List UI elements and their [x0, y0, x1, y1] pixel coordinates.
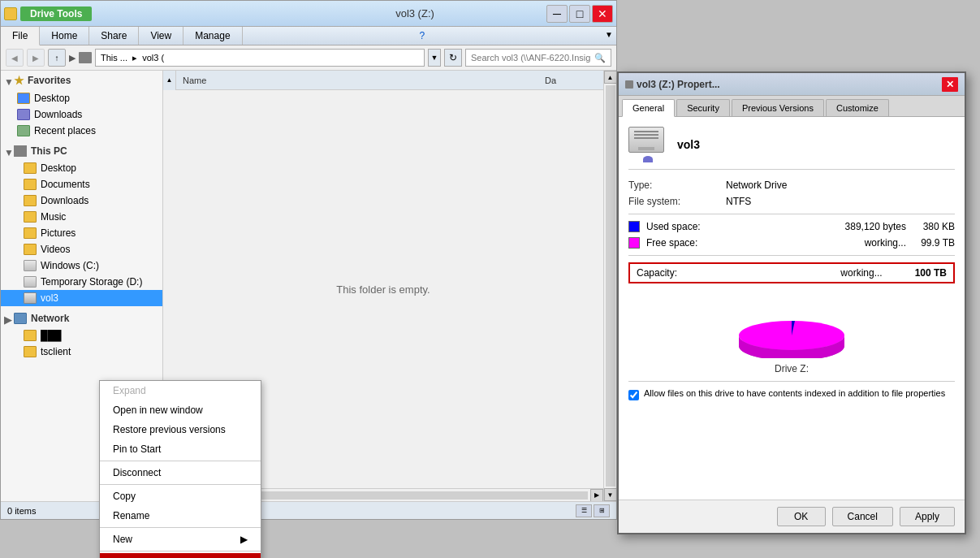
minimize-button[interactable]: ─ — [546, 5, 568, 23]
address-path[interactable]: This ... ▸ vol3 ( — [95, 49, 425, 67]
back-button[interactable]: ◀ — [6, 49, 24, 67]
h-scroll-right[interactable]: ▶ — [590, 489, 603, 502]
title-bar-controls: ─ □ ✕ — [546, 5, 613, 23]
documents-icon — [24, 179, 37, 190]
network1-icon — [24, 330, 37, 341]
v-scroll-track[interactable] — [606, 85, 615, 487]
props-close-button[interactable]: ✕ — [942, 77, 958, 92]
apply-button[interactable]: Apply — [900, 507, 955, 526]
sidebar-item-windows-c[interactable]: Windows (C:) — [1, 257, 162, 274]
v-scrollbar[interactable]: ▲ ▼ — [603, 71, 616, 501]
props-type-label: Type: — [628, 180, 726, 191]
this-pc-section[interactable]: ▼ This PC — [1, 142, 162, 160]
menu-item-restore-versions[interactable]: Restore previous versions — [100, 420, 261, 439]
network-triangle: ▶ — [4, 314, 12, 322]
capacity-bytes: working... — [825, 267, 898, 279]
props-tab-prev-versions[interactable]: Previous Versions — [732, 99, 824, 116]
props-fs-value: NTFS — [726, 196, 751, 207]
scroll-up-btn[interactable]: ▲ — [163, 71, 176, 90]
grid-view-button[interactable]: ⊞ — [594, 504, 610, 517]
props-vol3-label: vol3 — [637, 79, 656, 90]
props-tab-general-label: General — [632, 103, 664, 113]
menu-item-properties[interactable]: Properties — [100, 553, 261, 558]
menu-item-expand[interactable]: Expand — [100, 381, 261, 400]
tab-view[interactable]: View — [139, 27, 183, 45]
props-checkbox-row: Allow files on this drive to have conten… — [628, 388, 955, 400]
network1-label: ███ — [41, 330, 62, 341]
favorites-star-icon: ★ — [14, 74, 24, 87]
props-tab-security[interactable]: Security — [676, 99, 730, 116]
this-pc-label: This PC — [31, 145, 67, 157]
menu-restore-label: Restore previous versions — [113, 424, 226, 435]
sidebar-item-music[interactable]: Music — [1, 209, 162, 225]
tab-file[interactable]: File — [1, 27, 40, 45]
column-date[interactable]: Da — [538, 76, 603, 85]
favorites-section[interactable]: ▼ ★ Favorites — [1, 71, 162, 90]
help-icon[interactable]: ? — [411, 27, 433, 45]
sidebar-item-network1[interactable]: ███ — [1, 327, 162, 344]
sidebar-item-videos[interactable]: Videos — [1, 241, 162, 257]
search-input[interactable] — [471, 53, 591, 63]
sidebar-item-desktop2[interactable]: Desktop — [1, 160, 162, 176]
tab-home[interactable]: Home — [40, 27, 89, 45]
title-bar-icon — [4, 7, 17, 20]
props-used-space-row: Used space: 389,120 bytes 380 KB — [628, 221, 955, 232]
menu-item-open-new-window[interactable]: Open in new window — [100, 400, 261, 420]
pictures-label: Pictures — [41, 227, 76, 239]
windows-c-label: Windows (C:) — [41, 260, 99, 271]
menu-item-disconnect[interactable]: Disconnect — [100, 463, 261, 482]
music-icon — [24, 211, 37, 223]
sidebar-item-recent-places[interactable]: Recent places — [1, 123, 162, 139]
close-button[interactable]: ✕ — [592, 5, 613, 23]
videos-label: Videos — [41, 244, 70, 255]
menu-separator-2 — [100, 484, 261, 485]
sidebar-item-vol3[interactable]: vol3 — [1, 290, 162, 306]
menu-new-arrow: ▶ — [240, 534, 248, 545]
dropdown-arrow[interactable]: ▼ — [602, 27, 616, 45]
tab-manage[interactable]: Manage — [183, 27, 242, 45]
cancel-button[interactable]: Cancel — [832, 507, 893, 526]
sidebar-item-downloads[interactable]: Downloads — [1, 192, 162, 209]
v-scroll-up[interactable]: ▲ — [604, 71, 617, 84]
desktop2-label: Desktop — [41, 162, 76, 174]
props-tab-general[interactable]: General — [622, 99, 675, 117]
status-items-count: 0 items — [7, 506, 36, 516]
props-title-bar: vol3 (Z:) Propert... ✕ — [619, 73, 965, 96]
forward-button[interactable]: ▶ — [27, 49, 45, 67]
sidebar-item-temp-d[interactable]: Temporary Storage (D:) — [1, 274, 162, 290]
props-capacity-row: Capacity: working... 100 TB — [628, 262, 955, 283]
menu-item-rename[interactable]: Rename — [100, 506, 261, 526]
sidebar-item-desktop[interactable]: Desktop — [1, 90, 162, 106]
free-space-label: Free space: — [646, 237, 809, 249]
menu-item-pin-start[interactable]: Pin to Start — [100, 439, 261, 459]
address-dropdown[interactable]: ▼ — [428, 49, 441, 67]
column-name[interactable]: Name — [176, 76, 538, 85]
pie-chart-drive-label: Drive Z: — [775, 363, 809, 374]
sidebar-item-downloads-fav[interactable]: Downloads — [1, 106, 162, 123]
props-volume-name: vol3 — [677, 138, 700, 151]
desktop2-icon — [24, 162, 37, 174]
props-content: vol3 Type: Network Drive File system: NT… — [619, 117, 965, 500]
props-tab-customize-label: Customize — [836, 103, 879, 113]
network-section[interactable]: ▶ Network — [1, 309, 162, 327]
search-icon[interactable]: 🔍 — [594, 53, 606, 63]
maximize-button[interactable]: □ — [569, 5, 590, 23]
up-button[interactable]: ↑ — [48, 49, 66, 67]
drive-tools-tab[interactable]: Drive Tools — [20, 6, 92, 21]
sidebar-item-tsclient[interactable]: tsclient — [1, 344, 162, 360]
temp-d-label: Temporary Storage (D:) — [41, 276, 142, 288]
tab-share[interactable]: Share — [89, 27, 139, 45]
menu-item-new[interactable]: New ▶ — [100, 530, 261, 549]
v-scroll-down[interactable]: ▼ — [604, 488, 617, 501]
list-view-button[interactable]: ☰ — [576, 504, 592, 517]
props-tab-customize[interactable]: Customize — [826, 99, 889, 116]
refresh-button[interactable]: ↻ — [444, 49, 462, 67]
menu-item-copy[interactable]: Copy — [100, 487, 261, 506]
sidebar-item-documents[interactable]: Documents — [1, 176, 162, 192]
index-checkbox[interactable] — [628, 390, 639, 400]
vol3-label: vol3 — [41, 292, 58, 304]
breadcrumb-pc-icon — [79, 52, 92, 63]
ok-button[interactable]: OK — [777, 507, 826, 526]
sidebar-item-pictures[interactable]: Pictures — [1, 225, 162, 241]
used-space-label: Used space: — [646, 221, 809, 232]
